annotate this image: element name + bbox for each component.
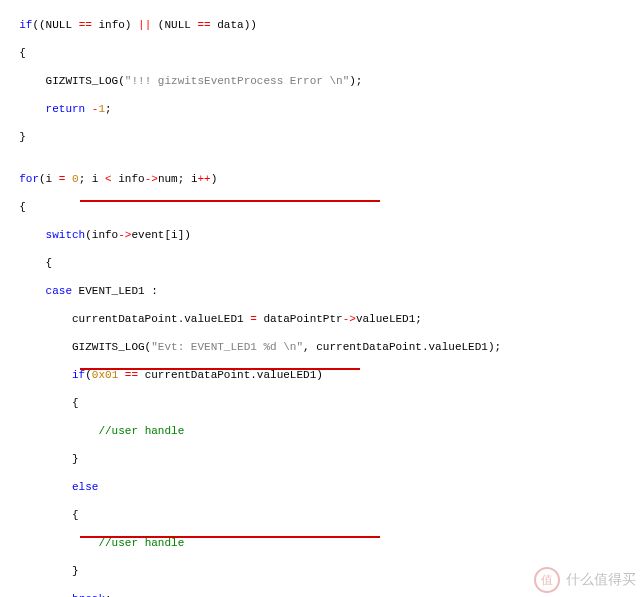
code-line: //user handle: [6, 536, 640, 550]
underline-annotation-2: [80, 368, 360, 370]
code-line: return -1;: [6, 102, 640, 116]
code-line: for(i = 0; i < info->num; i++): [6, 172, 640, 186]
watermark: 值 什么值得买: [534, 567, 636, 593]
code-line: {: [6, 256, 640, 270]
code-line: {: [6, 46, 640, 60]
code-line: if((NULL == info) || (NULL == data)): [6, 18, 640, 32]
code-area: if((NULL == info) || (NULL == data)) { G…: [0, 0, 640, 597]
code-line: {: [6, 200, 640, 214]
code-line: currentDataPoint.valueLED1 = dataPointPt…: [6, 312, 640, 326]
code-line: //user handle: [6, 424, 640, 438]
code-line: switch(info->event[i]): [6, 228, 640, 242]
code-line: if(0x01 == currentDataPoint.valueLED1): [6, 368, 640, 382]
code-line: else: [6, 480, 640, 494]
code-line: {: [6, 396, 640, 410]
code-line: }: [6, 452, 640, 466]
code-line: }: [6, 130, 640, 144]
watermark-logo-icon: 值: [534, 567, 560, 593]
watermark-text: 什么值得买: [566, 571, 636, 589]
code-line: case EVENT_LED1 :: [6, 284, 640, 298]
code-line: GIZWITS_LOG("Evt: EVENT_LED1 %d \n", cur…: [6, 340, 640, 354]
code-line: GIZWITS_LOG("!!! gizwitsEventProcess Err…: [6, 74, 640, 88]
code-line: {: [6, 508, 640, 522]
underline-annotation-3: [80, 536, 380, 538]
underline-annotation-1: [80, 200, 380, 202]
